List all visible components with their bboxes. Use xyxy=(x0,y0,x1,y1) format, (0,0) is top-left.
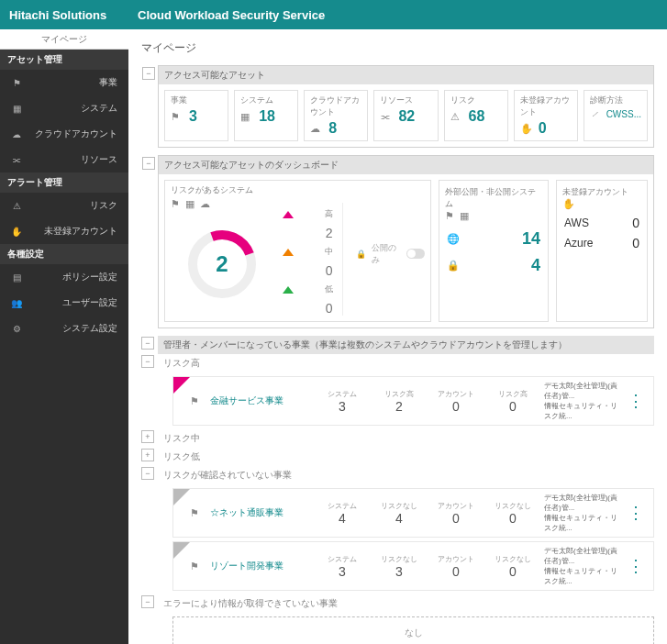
unreg-accounts-title: 未登録アカウント xyxy=(562,186,641,198)
stat-value: 18 xyxy=(259,108,275,125)
sidebar-item[interactable]: ⚑事業 xyxy=(0,70,128,95)
dashboard-panel-title: アクセス可能なアセットのダッシュボード xyxy=(164,159,339,172)
list-item[interactable]: ⚑ ☆ネット通販事業 システム4リスクなし4アカウント0リスクなし0 デモ太郎(… xyxy=(172,488,654,538)
sidebar-group: アラート管理 xyxy=(0,172,128,193)
users-icon: 👥 xyxy=(7,298,26,308)
grid-icon: ▦ xyxy=(7,104,26,114)
collapse-icon[interactable]: − xyxy=(141,467,154,480)
owner-info: デモ太郎(全社管理)(責任者)管...情報セキュリティ・リスク統... xyxy=(544,381,618,421)
cloud-icon: ☁ xyxy=(200,198,210,210)
metric: リスクなし0 xyxy=(487,554,539,579)
unreg-accounts-card: 未登録アカウント ✋ AWS0Azure0 xyxy=(556,180,648,322)
sidebar-item[interactable]: 👥ユーザー設定 xyxy=(0,290,128,316)
sidebar-item[interactable]: ⫘リソース xyxy=(0,147,128,172)
risky-systems-card: リスクがあるシステム ⚑ ▦ ☁ xyxy=(164,180,431,322)
row-icon: ⚑ xyxy=(190,507,199,519)
account-value: 0 xyxy=(632,216,639,230)
stat-card[interactable]: リソース ⫘ 82 xyxy=(373,90,438,141)
subgroup-label: リスク低 xyxy=(163,450,200,463)
sidebar-item[interactable]: ▤ポリシー設定 xyxy=(0,264,128,290)
sidebar-item-label: リスク xyxy=(26,199,121,212)
stat-card[interactable]: 事業 ⚑ 3 xyxy=(164,90,228,141)
stat-label: リスク xyxy=(450,94,502,106)
list-item[interactable]: ⚑ リゾート開発事業 システム3リスクなし3アカウント0リスクなし0 デモ太郎(… xyxy=(172,541,654,591)
sidebar-item[interactable]: ☁クラウドアカウント xyxy=(0,121,128,147)
more-menu-icon[interactable]: ⋮ xyxy=(624,556,648,576)
sidebar-item-label: システム設定 xyxy=(26,322,121,335)
hand-icon: ✋ xyxy=(7,227,26,237)
sidebar-item-label: ポリシー設定 xyxy=(26,271,121,283)
stat-value: 3 xyxy=(189,108,197,125)
list-item[interactable]: ⚑ 金融サービス事業 システム3リスク高2アカウント0リスク高0 デモ太郎(全社… xyxy=(172,376,654,426)
sidebar-item[interactable]: ⚠リスク xyxy=(0,193,128,218)
risky-systems-title: リスクがあるシステム xyxy=(171,184,253,196)
stat-value: 0 xyxy=(539,120,547,137)
risk-corner-icon xyxy=(173,377,190,394)
row-icon: ⚑ xyxy=(190,561,199,572)
sidebar-item[interactable]: ⚙システム設定 xyxy=(0,316,128,341)
stat-value: 82 xyxy=(398,108,415,125)
more-menu-icon[interactable]: ⋮ xyxy=(624,391,648,411)
lock-icon: 🔒 xyxy=(356,250,366,259)
subgroup-label: リスク高 xyxy=(163,357,200,370)
app-name: Cloud Workload Security Service xyxy=(138,8,325,22)
account-label: AWS xyxy=(564,217,589,229)
business-section-title: 管理者・メンバーになっている事業（事業は複数のシステムやクラウドアカウントを管理… xyxy=(163,339,567,351)
stat-value: 68 xyxy=(469,108,485,125)
cloud-icon: ☁ xyxy=(310,123,323,135)
warn-icon: ⚠ xyxy=(450,111,463,123)
sidebar-item-label: ユーザー設定 xyxy=(26,296,121,309)
business-section: − 管理者・メンバーになっている事業（事業は複数のシステムやクラウドアカウントを… xyxy=(158,336,654,644)
collapse-icon[interactable]: − xyxy=(141,355,154,368)
grid-icon: ▦ xyxy=(240,111,253,123)
collapse-icon[interactable]: + xyxy=(141,430,154,443)
cloud-icon: ☁ xyxy=(7,129,26,139)
topbar: Hitachi Solutions Cloud Workload Securit… xyxy=(0,0,667,29)
assets-panel-title: アクセス可能なアセット xyxy=(164,69,265,82)
metric: アカウント0 xyxy=(430,554,482,579)
sidebar-item[interactable]: ✋未登録アカウント xyxy=(0,218,128,244)
sidebar-item[interactable]: ▦システム xyxy=(0,95,128,121)
more-menu-icon[interactable]: ⋮ xyxy=(624,503,648,523)
collapse-icon[interactable]: − xyxy=(141,337,154,350)
brand: Hitachi Solutions xyxy=(9,8,128,22)
metric: リスクなし3 xyxy=(373,554,425,579)
collapse-icon[interactable]: − xyxy=(142,67,155,80)
flag-icon: ⚑ xyxy=(171,111,183,123)
flag-icon: ⚑ xyxy=(7,78,26,88)
sidebar: マイページ アセット管理⚑事業▦システム☁クラウドアカウント⫘リソースアラート管… xyxy=(0,29,128,644)
collapse-icon[interactable]: + xyxy=(141,449,154,461)
stat-card[interactable]: クラウドアカウント ☁ 8 xyxy=(304,90,368,141)
public-systems-title: 外部公開・非公開システム xyxy=(445,186,542,210)
stat-label: 診断方法 xyxy=(590,94,641,106)
metric: リスク高2 xyxy=(373,389,425,414)
legend-value: 2 xyxy=(326,226,333,240)
public-only-toggle[interactable] xyxy=(406,249,425,259)
legend-row: 低 xyxy=(283,283,333,295)
public-value: 14 xyxy=(522,229,540,249)
sidebar-mypage[interactable]: マイページ xyxy=(0,29,128,50)
doc-icon: ▤ xyxy=(7,272,26,283)
stat-card[interactable]: 診断方法 ⟋ CWSS... xyxy=(584,90,648,141)
collapse-icon[interactable]: − xyxy=(142,157,155,170)
dashboard-panel-head: − アクセス可能なアセットのダッシュボード xyxy=(159,156,653,174)
sidebar-group: アセット管理 xyxy=(0,50,128,70)
metric: リスクなし0 xyxy=(487,501,539,526)
grid-icon: ▦ xyxy=(185,198,195,210)
stat-card[interactable]: リスク ⚠ 68 xyxy=(444,90,508,141)
stat-label: リソース xyxy=(380,94,431,106)
subgroup-label: リスクが確認されていない事業 xyxy=(163,469,292,482)
sidebar-item-label: クラウドアカウント xyxy=(26,128,121,140)
collapse-icon[interactable]: − xyxy=(141,595,154,608)
metric: リスク高0 xyxy=(487,389,539,414)
stat-card[interactable]: 未登録アカウント ✋ 0 xyxy=(514,90,578,141)
triangle-icon xyxy=(283,286,294,294)
triangle-icon xyxy=(283,249,294,256)
metric: システム4 xyxy=(317,501,368,526)
dashboard-panel: − アクセス可能なアセットのダッシュボード リスクがあるシステム ⚑ ▦ ☁ xyxy=(158,155,654,328)
stat-text: CWSS... xyxy=(606,109,641,119)
assets-panel: − アクセス可能なアセット 事業 ⚑ 3システム ▦ 18クラウドアカウント ☁… xyxy=(158,65,654,148)
metric: リスクなし4 xyxy=(373,501,425,526)
legend-row: 中 xyxy=(283,246,333,258)
stat-card[interactable]: システム ▦ 18 xyxy=(234,90,298,141)
